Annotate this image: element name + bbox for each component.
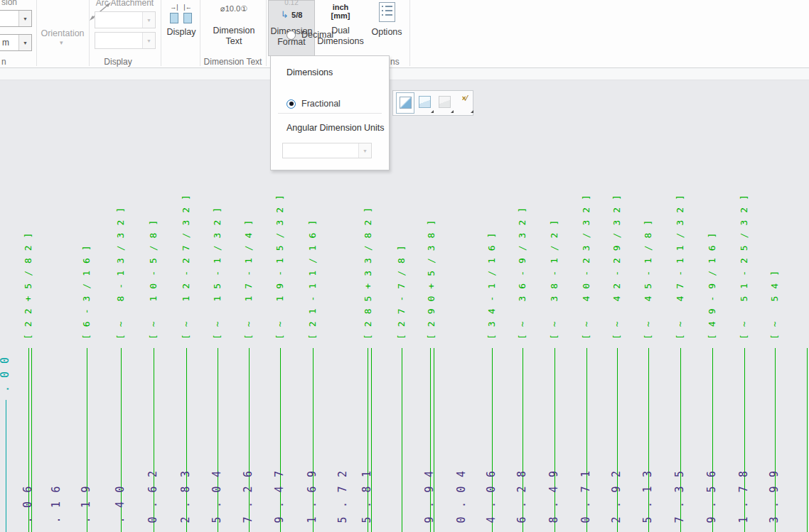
orientation-button[interactable]: Orientation ▾ — [38, 0, 87, 56]
ribbon-lower-strip — [0, 68, 809, 80]
dimensions-heading: Dimensions — [286, 67, 333, 77]
decimal-dimension-label[interactable]: 38.49 — [548, 462, 560, 532]
decimal-dimension-label[interactable]: 6.19 — [80, 477, 92, 532]
fraction-dimension-label[interactable]: [~ 51-25/32] — [739, 188, 749, 340]
arc-attachment-combo-2[interactable]: ▼ — [95, 32, 156, 49]
fraction-dimension-label[interactable]: [~ 45-1/8] — [643, 213, 653, 340]
decimal-dimension-label[interactable]: 42.92 — [611, 462, 623, 532]
extension-line — [807, 348, 808, 532]
group-separator — [409, 0, 410, 66]
clipped-combo-2-text: m — [2, 38, 9, 48]
fraction-dimension-label[interactable]: [22+5/82] — [23, 226, 33, 340]
fraction-dimension-label[interactable]: [~ 17-1/4] — [243, 213, 254, 340]
arc-attachment-label: Arc Attachment — [91, 0, 159, 8]
display-button[interactable]: →| |← Display — [164, 0, 199, 56]
fraction-dimension-label[interactable]: [21-11/16] — [307, 213, 318, 340]
clipped-combo-1[interactable]: ▼ — [0, 10, 32, 27]
fraction-dimension-label[interactable]: [49-9/16] — [707, 226, 717, 340]
decimal-dimension-label[interactable]: 49.56 — [706, 462, 718, 532]
chevron-down-icon[interactable]: ▼ — [142, 33, 155, 48]
display-button-label: Display — [167, 27, 196, 37]
decimal-dimension-label[interactable]: 36.28 — [516, 462, 528, 532]
decimal-dimension-label[interactable]: 40.71 — [580, 462, 592, 532]
decimal-dimension-label[interactable]: 30.04 — [456, 462, 468, 532]
shaded-display-button[interactable] — [416, 92, 434, 114]
arrow-icon: ↳ — [281, 9, 289, 20]
fraction-dimension-label[interactable]: [~ 40-23/32] — [581, 188, 591, 340]
chevron-down-icon: ▾ — [60, 39, 63, 46]
ribbon: sion ▼ ▼ m n Orientation ▾ Arc Attachmen… — [0, 0, 809, 68]
fraction-dimension-label[interactable]: [~ 38-1/2] — [549, 213, 559, 340]
decimal-dimension-label[interactable]: 47.35 — [674, 462, 686, 532]
extension-line — [402, 348, 402, 532]
dual-dimensions-button[interactable]: inch [mm] Dual Dimensions — [315, 0, 366, 56]
clipped-group-label-right: ns — [390, 57, 400, 67]
fraction-dimension-label[interactable]: [~ 47-11/32] — [675, 188, 685, 340]
chevron-corner-icon — [471, 110, 473, 113]
decimal-dimension-label[interactable]: 17.26 — [242, 462, 255, 532]
fraction-dimension-label[interactable]: [~ 12-27/32] — [181, 188, 191, 340]
fraction-dimension-label[interactable]: [27-7/8] — [396, 238, 407, 340]
decimal-dimension-label[interactable]: 25.81 — [361, 462, 373, 532]
witness-line-icon: |← — [183, 4, 193, 25]
chevron-down-icon[interactable]: ▼ — [142, 12, 155, 28]
angular-units-combo[interactable]: ▼ — [282, 143, 372, 158]
decimal-dimension-label[interactable]: 12.83 — [180, 462, 192, 532]
aux-dimension-label[interactable]: .00 — [0, 349, 11, 392]
decimal-dimension-label[interactable]: 2.06 — [22, 477, 34, 532]
decimal-dimension-label[interactable]: 21.69 — [306, 462, 318, 532]
fraction-dimension-label[interactable]: [34-1/16] — [486, 226, 497, 340]
fraction-dimension-label[interactable]: [~ 8-13/32] — [115, 200, 126, 340]
fraction-glyph: 5/8 — [291, 11, 302, 19]
dual-dimensions-label-1: Dual — [331, 26, 350, 36]
options-button[interactable]: Options — [366, 0, 407, 56]
fraction-dimension-label[interactable]: [~ 54] — [769, 264, 780, 340]
decimal-dimension-label[interactable]: 25.72 — [337, 462, 349, 532]
datum-display-icon: ×⁄ — [459, 96, 471, 108]
chevron-down-icon[interactable]: ▼ — [18, 11, 31, 26]
fraction-dimension-label[interactable]: [~ 10-5/8] — [148, 213, 159, 340]
radio-icon[interactable] — [286, 31, 296, 40]
radio-fractional-label: Fractional — [301, 99, 341, 109]
edge-display-icon — [400, 97, 412, 109]
dimension-format-button[interactable]: 0.12 ↳ 5/8 Dimension Format — [268, 0, 315, 56]
fraction-dimension-label[interactable]: [~ 15-1/32] — [212, 200, 223, 340]
decimal-dimension-label[interactable]: 10.62 — [147, 462, 159, 532]
chevron-down-icon[interactable]: ▼ — [358, 143, 371, 158]
panel-separator — [278, 113, 382, 114]
angular-dimension-units-heading: Angular Dimension Units — [286, 123, 385, 133]
no-hidden-display-icon — [439, 96, 451, 108]
no-hidden-display-button[interactable] — [436, 92, 454, 114]
group-separator — [266, 0, 267, 66]
datum-display-button[interactable]: ×⁄ — [456, 92, 474, 114]
radio-fractional[interactable]: Fractional — [286, 99, 341, 109]
application-window: [22+5/82][6-3/16][~ 8-13/32][~ 10-5/8][~… — [0, 0, 809, 532]
dimension-text-icon: ⌀10.0① — [203, 4, 265, 13]
decimal-dimension-label[interactable]: 34.06 — [486, 462, 498, 532]
decimal-dimension-label[interactable]: 29.94 — [424, 462, 436, 532]
radio-decimal[interactable]: Decimal — [286, 30, 333, 40]
dimension-text-group-label: Dimension Text — [200, 57, 266, 67]
clipped-group-title: sion — [1, 0, 17, 7]
fraction-dimension-label[interactable]: [6-3/16] — [81, 238, 92, 340]
fraction-dimension-label[interactable]: [~ 42-29/32] — [611, 188, 622, 340]
dimension-text-button[interactable]: ⌀10.0① Dimension Text — [203, 0, 265, 56]
arc-attachment-combo-1[interactable]: ▼ — [95, 11, 156, 28]
radio-selected-icon[interactable] — [286, 99, 296, 109]
orientation-label: Orientation — [41, 28, 84, 38]
dimension-text-label-2: Text — [226, 36, 242, 46]
fraction-dimension-label[interactable]: [285+33/82] — [363, 200, 373, 340]
decimal-dimension-label[interactable]: 15.04 — [211, 462, 223, 532]
decimal-dimension-label[interactable]: 19.47 — [274, 462, 286, 532]
decimal-dimension-label[interactable]: 51.78 — [738, 462, 750, 532]
chevron-down-icon[interactable]: ▼ — [18, 35, 31, 50]
decimal-dimension-label[interactable]: 45.13 — [642, 462, 654, 532]
fraction-dimension-label[interactable]: [~ 36-9/32] — [517, 200, 527, 340]
decimal-dimension-label[interactable]: 53.99 — [768, 462, 781, 532]
fraction-dimension-label[interactable]: [~ 19-15/32] — [274, 188, 285, 340]
fraction-dimension-label[interactable]: [290+5/38] — [426, 213, 436, 340]
decimal-dimension-label[interactable]: 8.40 — [114, 477, 127, 532]
display-style-toolbar: ×⁄ — [392, 90, 473, 116]
decimal-dimension-label[interactable]: 2.16 — [50, 477, 63, 532]
edge-display-button[interactable] — [396, 92, 414, 114]
